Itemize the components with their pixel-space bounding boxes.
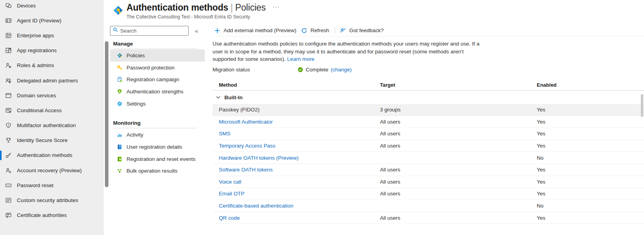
account-recovery-icon (5, 167, 12, 174)
menu-item-policies[interactable]: Policies (110, 49, 205, 62)
sidebar-scrollbar-thumb[interactable] (105, 41, 108, 187)
refresh-button[interactable]: Refresh (301, 27, 334, 34)
registration-campaign-icon (117, 77, 123, 82)
enabled-cell: Yes (537, 119, 644, 125)
enabled-cell: Yes (537, 215, 644, 221)
search-input[interactable] (120, 28, 186, 34)
conditional-access-icon (5, 107, 12, 114)
sidebar-item-devices[interactable]: Devices (0, 0, 104, 13)
sidebar-item-authentication-methods[interactable]: Authentication methods (0, 148, 104, 163)
table-row-temporary-access-pass[interactable]: Temporary Access PassAll usersYes (213, 140, 644, 152)
method-link[interactable]: Software OATH tokens (219, 167, 273, 173)
table-row-voice-call[interactable]: Voice callAll usersYes (213, 176, 644, 188)
sidebar-item-label: Custom security attributes (17, 197, 78, 203)
plus-icon (214, 27, 220, 34)
sidebar-item-identity-secure-score[interactable]: Identity Secure Score (0, 133, 104, 148)
sidebar-item-label: Password reset (17, 182, 53, 188)
sidebar-item-custom-security-attributes[interactable]: Custom security attributes (0, 193, 104, 208)
migration-change-link[interactable]: (change) (331, 67, 352, 73)
menu-item-settings[interactable]: Settings (110, 98, 205, 110)
table-row-sms[interactable]: SMSAll usersYes (213, 128, 644, 140)
sidebar-item-label: Agent ID (Preview) (17, 18, 61, 24)
sidebar-item-enterprise-apps[interactable]: Enterprise apps (0, 28, 104, 43)
menu-item-label: Activity (127, 132, 143, 138)
group-label: Built-In (224, 95, 243, 100)
menu-item-user-registration-details[interactable]: User registration details (110, 141, 205, 153)
method-link[interactable]: Hardware OATH tokens (Preview) (219, 155, 299, 161)
sidebar-item-certificate-authorities[interactable]: Certificate authorities (0, 208, 104, 223)
method-link[interactable]: Microsoft Authenticator (219, 119, 273, 125)
column-header-target: Target (380, 82, 537, 88)
table-row-certificate-based-authentication[interactable]: Certificate-based authenticationNo (213, 200, 644, 212)
menu-item-activity[interactable]: Activity (110, 129, 205, 141)
table-row-microsoft-authenticator[interactable]: Microsoft AuthenticatorAll usersYes (213, 116, 644, 128)
collapse-menu-icon[interactable]: « (195, 27, 198, 34)
refresh-icon (301, 27, 307, 34)
enabled-cell: No (537, 203, 644, 209)
sidebar-item-account-recovery-preview[interactable]: Account recovery (Preview) (0, 163, 104, 178)
menu-item-registration-campaign[interactable]: Registration campaign (110, 73, 205, 86)
enabled-cell: Yes (537, 143, 644, 149)
group-row-built-in[interactable]: Built-In (213, 91, 644, 104)
add-external-method-preview-button[interactable]: Add external method (Preview) (214, 27, 301, 34)
page-title-separator: | (228, 2, 235, 13)
method-link[interactable]: Temporary Access Pass (219, 143, 275, 149)
sidebar-item-password-reset[interactable]: Password reset (0, 178, 104, 193)
search-box[interactable] (110, 26, 189, 36)
section-title-monitoring: Monitoring (113, 120, 205, 127)
menu-item-authentication-strengths[interactable]: Authentication strengths (110, 86, 205, 98)
search-icon (113, 27, 118, 34)
enabled-cell: Yes (537, 179, 644, 185)
sidebar-item-conditional-access[interactable]: Conditional Access (0, 103, 104, 118)
migration-status-row: Migration status Complete (change) (213, 67, 352, 73)
toolbar-button-label: Got feedback? (349, 27, 384, 33)
sidebar-item-agent-id-preview[interactable]: Agent ID (Preview) (0, 13, 104, 28)
page-title-main: Authentication methods (127, 2, 228, 13)
more-options-icon[interactable]: ··· (273, 3, 280, 10)
menu-item-label: Bulk operation results (127, 168, 178, 174)
description-text: Use authentication methods policies to c… (213, 41, 479, 62)
table-row-qr-code[interactable]: QR codeAll usersYes (213, 212, 644, 224)
menu-item-label: User registration details (127, 144, 182, 150)
sidebar-list: DevicesAgent ID (Preview)Enterprise apps… (0, 0, 104, 223)
method-link[interactable]: Certificate-based authentication (219, 203, 294, 209)
settings-icon (117, 101, 123, 107)
method-link[interactable]: QR code (219, 215, 240, 221)
user-registration-details-icon (117, 144, 123, 150)
sidebar-item-roles-admins[interactable]: Roles & admins (0, 58, 104, 73)
sidebar-item-domain-services[interactable]: Domain services (0, 88, 104, 103)
sidebar-item-label: Multifactor authentication (17, 122, 76, 128)
devices-icon (5, 2, 12, 9)
content-scrollbar-thumb[interactable] (641, 94, 643, 117)
column-header-method: Method (219, 82, 380, 88)
authentication-strengths-icon (117, 89, 123, 95)
menu-item-password-protection[interactable]: Password protection (110, 62, 205, 74)
menu-item-label: Policies (127, 53, 145, 58)
activity-icon (117, 132, 123, 138)
target-cell: All users (380, 191, 537, 197)
method-link[interactable]: SMS (219, 131, 230, 137)
table-row-passkey-fido2[interactable]: Passkey (FIDO2)3 groupsYes (213, 104, 644, 116)
learn-more-link[interactable]: Learn more (287, 56, 314, 62)
table-header-row: MethodTargetEnabled (213, 79, 644, 91)
table-row-software-oath-tokens[interactable]: Software OATH tokensAll usersYes (213, 164, 644, 176)
menu-item-bulk-operation-results[interactable]: Bulk operation results (110, 165, 205, 177)
sidebar-item-app-registrations[interactable]: App registrations (0, 43, 104, 58)
chevron-down-icon (216, 95, 221, 100)
got-feedback-button[interactable]: Got feedback? (340, 27, 389, 34)
table-row-email-otp[interactable]: Email OTPAll usersYes (213, 188, 644, 200)
method-link[interactable]: Passkey (FIDO2) (219, 107, 260, 113)
policies-icon (117, 53, 123, 58)
table-row-hardware-oath-tokens-preview[interactable]: Hardware OATH tokens (Preview)No (213, 152, 644, 164)
sidebar-item-multifactor-authentication[interactable]: Multifactor authentication (0, 118, 104, 133)
bulk-operation-results-icon (117, 168, 123, 174)
identity-secure-score-icon (5, 137, 12, 144)
sidebar-item-delegated-admin-partners[interactable]: Delegated admin partners (0, 73, 104, 88)
section-gap (110, 109, 205, 115)
custom-security-attributes-icon (5, 197, 12, 204)
feedback-icon (340, 27, 346, 34)
sidebar-item-label: Domain services (17, 93, 56, 98)
method-link[interactable]: Voice call (219, 179, 241, 185)
menu-item-registration-and-reset-events[interactable]: Registration and reset events (110, 153, 205, 165)
method-link[interactable]: Email OTP (219, 191, 244, 197)
